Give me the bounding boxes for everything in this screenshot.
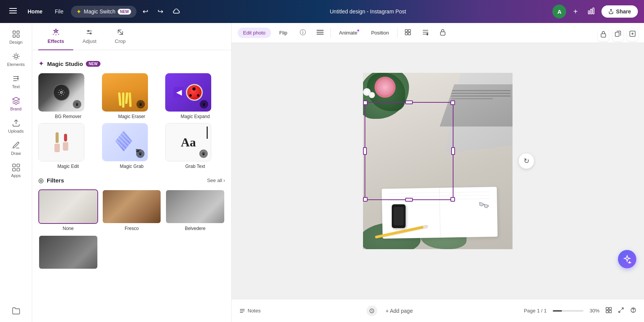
svg-rect-15 [12,168,15,171]
svg-rect-7 [13,31,15,33]
analytics-icon[interactable] [585,4,598,20]
add-page-button[interactable]: + Add page [380,306,418,316]
canvas-workspace[interactable]: 👓 [232,23,644,299]
sidebar-item-draw[interactable]: Draw [0,137,32,159]
top-navigation: Home File ✦ Magic Switch NEW ↩ ↪ Untitle… [0,0,644,23]
magic-studio-badge: NEW [86,61,100,67]
canvas-lock-icon[interactable] [598,29,609,41]
svg-point-22 [61,92,62,94]
handle-tl[interactable] [363,100,368,105]
tab-effects[interactable]: Effects [38,23,73,50]
filter-belvedere-label: Belvedere [165,226,225,231]
sidebar-label-apps: Apps [11,173,21,178]
filter-fresco[interactable]: Fresco [102,189,162,231]
svg-rect-3 [588,11,590,14]
timer-icon[interactable] [366,306,377,316]
canvas-copy-icon[interactable] [613,29,623,41]
filters-grid: None Fresco Belvedere [38,189,225,269]
fullscreen-icon[interactable] [618,307,624,315]
document-title[interactable]: Untitled design - Instagram Post [324,5,412,18]
magic-card-magic-expand[interactable]: ◀ ♛ [165,73,225,119]
sidebar-item-text[interactable]: Text [0,71,32,93]
svg-rect-47 [609,310,611,313]
svg-rect-5 [593,8,594,14]
sidebar-label-uploads: Uploads [8,129,23,133]
canvas-page[interactable]: 👓 [363,73,513,249]
share-label: Share [616,8,631,15]
handle-bm[interactable] [405,198,413,202]
effects-content: ✦ Magic Studio NEW ♛ BG Remover [32,50,231,322]
sidebar-item-brand[interactable]: Brand [0,93,32,115]
see-all-button[interactable]: See all › [207,177,225,183]
svg-point-18 [88,30,89,31]
magic-eraser-label: Magic Eraser [102,114,162,119]
sidebar-item-elements[interactable]: Elements [0,48,32,71]
magic-card-bg-remover[interactable]: ♛ BG Remover [38,73,98,119]
magic-card-magic-grab[interactable]: ☛ ♛ Magic Grab [102,123,162,169]
svg-rect-9 [13,35,15,37]
cloud-save-icon[interactable] [169,5,183,19]
sidebar-label-design: Design [9,40,22,44]
magic-card-magic-edit[interactable]: Magic Edit [38,123,98,169]
svg-rect-14 [16,164,19,167]
filter-none[interactable]: None [38,189,98,231]
canvas-add-icon[interactable] [627,29,638,41]
svg-point-11 [15,55,17,58]
magic-switch-button[interactable]: ✦ Magic Switch NEW [71,6,136,18]
magic-assistant-button[interactable] [618,250,636,268]
sidebar-item-apps[interactable]: Apps [0,159,32,182]
hamburger-menu[interactable] [6,4,20,20]
bg-remover-label: BG Remover [38,114,98,119]
add-page-label: + Add page [386,308,413,314]
sidebar-item-folder[interactable] [0,303,32,319]
file-menu[interactable]: File [50,5,68,18]
phone-object [392,204,406,228]
handle-br[interactable] [450,197,455,202]
main-content: Design Elements Text Brand Uploads Draw … [0,23,644,322]
create-plus-button[interactable]: + [569,5,582,18]
filter-item4[interactable] [38,235,98,269]
svg-rect-2 [9,13,17,13]
tab-adjust[interactable]: Adjust [73,23,105,50]
see-all-label: See all [207,177,222,183]
grab-text-label: Grab Text [165,164,225,169]
svg-rect-13 [12,164,15,167]
user-avatar[interactable]: A [552,5,566,18]
svg-line-21 [118,30,123,34]
handle-bl[interactable] [363,197,368,202]
handle-mr[interactable] [451,147,455,155]
magic-expand-label: Magic Expand [165,114,225,119]
crown-badge-eraser: ♛ [136,100,145,108]
svg-rect-35 [601,34,606,37]
handle-tm[interactable] [405,100,413,104]
grid-view-icon[interactable] [606,307,612,315]
home-link[interactable]: Home [23,5,47,18]
filters-title: Filters [47,177,64,184]
magic-studio-header: ✦ Magic Studio NEW [38,59,225,68]
left-sidebar: Design Elements Text Brand Uploads Draw … [0,23,32,322]
notes-button[interactable]: Notes [239,308,261,314]
svg-point-49 [633,311,634,312]
sidebar-label-draw: Draw [11,151,21,156]
sidebar-item-uploads[interactable]: Uploads [0,115,32,137]
notes-label: Notes [248,308,261,314]
handle-ml[interactable] [363,147,367,155]
magic-card-magic-eraser[interactable]: ♛ Magic Eraser [102,73,162,119]
svg-rect-36 [615,32,619,36]
refresh-button[interactable]: ↻ [519,153,534,169]
filter-belvedere[interactable]: Belvedere [165,189,225,231]
sidebar-label-text: Text [12,84,20,89]
sidebar-label-elements: Elements [7,62,25,67]
magic-studio-grid: ♛ BG Remover [38,73,225,169]
svg-point-20 [90,33,91,34]
page-info: Page 1 / 1 [524,308,547,314]
share-button[interactable]: Share [601,5,638,18]
magic-card-grab-text[interactable]: Aa ♛ Grab Text [165,123,225,169]
handle-tr[interactable] [450,100,455,105]
undo-button[interactable]: ↩ [140,4,151,19]
canvas-background: 👓 [363,73,513,249]
sidebar-item-design[interactable]: Design [0,26,32,48]
redo-button[interactable]: ↪ [154,4,166,19]
help-icon[interactable] [630,307,636,315]
tab-crop[interactable]: Crop [106,23,135,50]
